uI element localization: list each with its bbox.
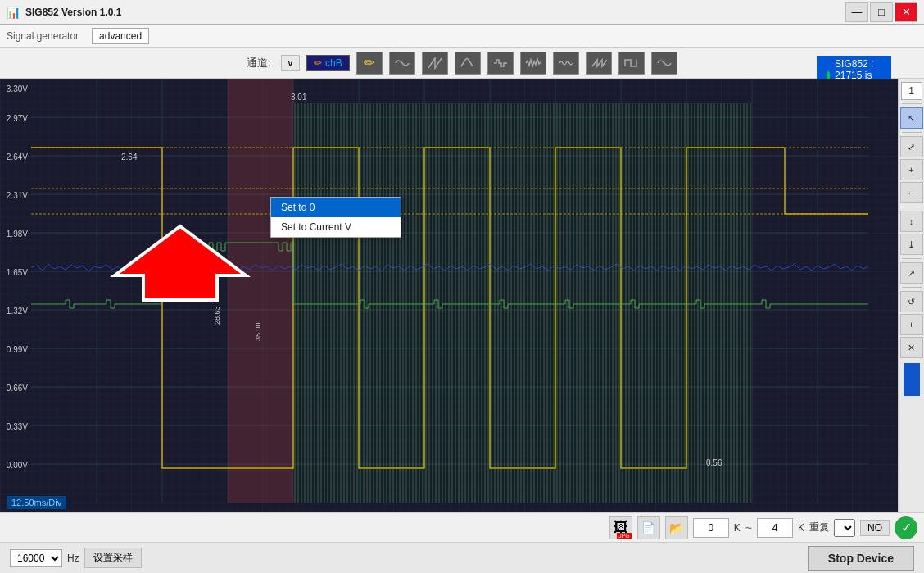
context-menu-item-set-to-current-v[interactable]: Set to Current V (271, 217, 401, 237)
wave-btn-noise[interactable] (520, 52, 546, 75)
svg-text:0.99V: 0.99V (7, 345, 28, 354)
cursor-arrow-btn[interactable]: ↖ (900, 107, 923, 129)
wave-btn-sine2[interactable] (651, 52, 677, 75)
time-per-div-label: 12.50ms/Div (7, 496, 66, 509)
wave-btn-square[interactable] (618, 52, 645, 75)
separator-3 (902, 207, 922, 207)
save-btn[interactable]: 📄 (637, 516, 660, 539)
wave-btn-pen[interactable]: ✏ (356, 52, 383, 75)
close-button[interactable]: ✕ (895, 2, 917, 22)
hz-select[interactable]: 16000 (10, 549, 62, 567)
top-toolbar: 通道: ∨ ✏ chB ✏ (0, 48, 924, 79)
zoom-in-btn[interactable]: + (900, 159, 923, 180)
rotate-btn[interactable]: ↺ (900, 291, 923, 312)
export-jpg-btn[interactable]: 🖼 JPG (609, 516, 632, 539)
wave-btn-multi[interactable] (553, 52, 579, 75)
context-menu-item-set-to-0[interactable]: Set to 0 (271, 198, 401, 217)
bottom-status-bar: 16000 Hz 设置采样 Stop Device (0, 542, 924, 573)
value2-input[interactable] (757, 518, 793, 538)
maximize-button[interactable]: □ (870, 2, 893, 22)
oscilloscope-canvas[interactable]: 3.30V 2.97V 2.64V 2.31V 1.98V 1.65V 1.32… (0, 79, 898, 512)
svg-text:0.56: 0.56 (706, 458, 722, 467)
right-toolbar: 1 ↖ ⤢ + ↔ ↕ ⤓ ↗ ↺ + ✕ (898, 79, 924, 512)
diagonal-arrow-btn[interactable]: ↗ (900, 262, 923, 284)
svg-text:1.98V: 1.98V (7, 230, 28, 239)
unit1-label: K (734, 522, 741, 534)
svg-text:3.30V: 3.30V (7, 84, 28, 93)
zoom-fit-btn[interactable]: ⤢ (900, 136, 923, 157)
app-title: SIG852 Version 1.0.1 (25, 7, 121, 18)
x-btn[interactable]: ✕ (900, 337, 923, 358)
config-sample-btn[interactable]: 设置采样 (84, 548, 142, 568)
svg-text:0.00V: 0.00V (7, 461, 28, 470)
repeat-label: 重复 (809, 521, 829, 534)
channel-name: chB (325, 57, 342, 69)
repeat-dropdown[interactable] (834, 519, 855, 537)
edit-icon: ✏ (314, 57, 322, 69)
bottom-toolbar: 🖼 JPG 📄 📂 K ~ K 重复 NO ✓ (0, 512, 924, 542)
hz-label: Hz (67, 553, 79, 564)
signal-generator-label: Signal generator (7, 30, 79, 42)
svg-text:0.33V: 0.33V (7, 422, 28, 431)
svg-text:2.64V: 2.64V (7, 152, 28, 161)
separator-1 (902, 103, 922, 104)
separator-4 (902, 258, 922, 259)
channel-label: 通道: (247, 56, 271, 70)
channel-display: ✏ chB (306, 55, 350, 71)
tilde-separator: ~ (745, 521, 752, 534)
svg-text:2.64: 2.64 (121, 152, 138, 161)
minimize-button[interactable]: — (845, 2, 868, 22)
svg-text:1.32V: 1.32V (7, 307, 28, 316)
waveform-svg: 3.30V 2.97V 2.64V 2.31V 1.98V 1.65V 1.32… (0, 79, 898, 512)
title-bar: 📊 SIG852 Version 1.0.1 — □ ✕ (0, 0, 924, 25)
open-btn[interactable]: 📂 (665, 516, 688, 539)
zoom-v-expand-btn[interactable]: ↕ (900, 211, 923, 232)
separator-2 (902, 132, 922, 133)
menu-bar: Signal generator advanced (0, 25, 924, 48)
wave-btn-arbitrary[interactable] (487, 52, 514, 75)
wave-btn-sine[interactable] (389, 52, 415, 75)
wave-btn-sawtooth[interactable] (586, 52, 612, 75)
svg-text:1.65V: 1.65V (7, 268, 28, 277)
mode-selector[interactable]: advanced (92, 28, 149, 44)
svg-text:2.97V: 2.97V (7, 114, 28, 123)
channel-dropdown-btn[interactable]: ∨ (281, 55, 300, 71)
scroll-indicator[interactable] (904, 363, 920, 396)
zoom-v-compress-btn[interactable]: ⤓ (900, 234, 923, 255)
no-button[interactable]: NO (860, 520, 890, 536)
wave-btn-ramp[interactable] (422, 52, 448, 75)
unit2-label: K (798, 522, 804, 534)
svg-text:2.31V: 2.31V (7, 191, 28, 200)
svg-text:0.66V: 0.66V (7, 384, 28, 393)
zoom-h-expand-btn[interactable]: ↔ (900, 182, 923, 203)
check-icon: ✓ (901, 520, 912, 535)
main-area: 3.30V 2.97V 2.64V 2.31V 1.98V 1.65V 1.32… (0, 79, 924, 512)
plus-btn[interactable]: + (900, 314, 923, 335)
svg-rect-24 (228, 79, 293, 503)
svg-text:3.01: 3.01 (291, 93, 307, 102)
check-button[interactable]: ✓ (895, 516, 917, 539)
value1-input[interactable] (693, 518, 729, 538)
app-icon: 📊 (7, 6, 20, 19)
channel-number: 1 (901, 82, 922, 100)
stop-device-btn[interactable]: Stop Device (808, 546, 914, 571)
separator-5 (902, 287, 922, 288)
svg-text:35.00: 35.00 (254, 322, 262, 341)
svg-text:28.63: 28.63 (213, 306, 221, 325)
context-menu: Set to 0 Set to Current V (270, 197, 401, 238)
wave-btn-triangle[interactable] (455, 52, 481, 75)
